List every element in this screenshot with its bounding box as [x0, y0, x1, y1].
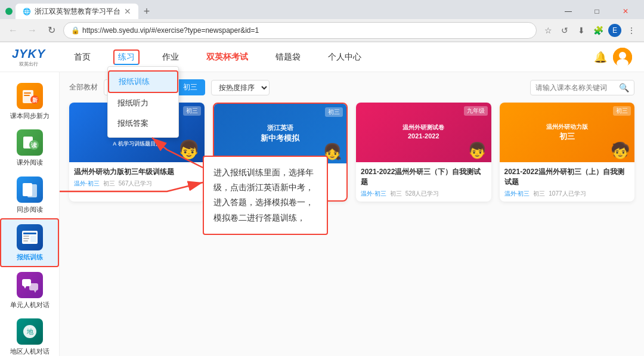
- refresh-button[interactable]: ↻: [44, 23, 58, 38]
- sidebar-icon-extracurricular: 读: [17, 129, 43, 156]
- card-4-source: 温外·初三: [504, 190, 530, 198]
- svg-text:地: 地: [26, 328, 33, 335]
- sidebar-item-region-dialog[interactable]: 地 地区人机对话: [0, 314, 59, 356]
- card-4-grade-tag: 初三: [613, 106, 631, 116]
- card-3-grade-tag: 九年级: [464, 106, 488, 116]
- maximize-button[interactable]: □: [583, 4, 611, 19]
- url-text: https://web.syedu.vip/#/exercise?type=ne…: [82, 26, 259, 35]
- card-3[interactable]: 温州外研测试卷 2021-2022 九年级 👦 2021-2022温州外研三（下…: [356, 103, 491, 202]
- card-3-count: 528人已学习: [405, 190, 439, 198]
- nav-home[interactable]: 首页: [69, 49, 95, 65]
- page: JYKY 双英出行 首页 练习 报纸训练 报纸听力 报纸答案 作业 双英杯考试 …: [0, 42, 644, 356]
- card-4-image: 温州外研动力版 初三 初三 🧒: [500, 103, 635, 162]
- card-4-grade: 初三: [533, 190, 545, 198]
- svg-rect-6: [24, 95, 30, 96]
- sort-select[interactable]: 按热度排序 按时间排序: [211, 80, 270, 95]
- card-1-meta: 温外·初三 初三 567人已学习: [74, 179, 200, 188]
- svg-rect-18: [23, 240, 28, 242]
- nav-homework[interactable]: 作业: [157, 49, 184, 65]
- card-3-source: 温外·初三: [361, 190, 386, 198]
- svg-rect-17: [23, 238, 29, 239]
- svg-rect-19: [30, 236, 36, 242]
- account-icon[interactable]: E: [608, 24, 621, 37]
- minimize-button[interactable]: —: [555, 4, 582, 19]
- card-4-count: 1077人已学习: [549, 190, 586, 198]
- extensions-icon[interactable]: 🧩: [592, 24, 605, 37]
- nav-profile[interactable]: 个人中心: [323, 49, 366, 65]
- history-icon[interactable]: ↺: [558, 24, 571, 37]
- address-bar[interactable]: 🔒 https://web.syedu.vip/#/exercise?type=…: [63, 22, 537, 39]
- dropdown-newspaper-training[interactable]: 报纸训练: [108, 70, 178, 93]
- card-2-image: 浙江英语 新中考模拟 初三 👧: [214, 104, 347, 163]
- site-header: JYKY 双英出行 首页 练习 报纸训练 报纸听力 报纸答案 作业 双英杯考试 …: [0, 42, 644, 72]
- sidebar-item-textbook-sync[interactable]: 新 课本同步新力: [0, 78, 59, 125]
- sidebar-icon-sync-reading: [17, 177, 43, 203]
- svg-text:新: 新: [32, 97, 38, 103]
- logo-sub: 双英出行: [19, 61, 38, 67]
- sidebar-item-extracurricular[interactable]: 读 课外阅读: [0, 125, 59, 171]
- sidebar-item-sync-reading[interactable]: 同步阅读: [0, 172, 59, 218]
- downloads-icon[interactable]: ⬇: [575, 24, 588, 37]
- sidebar-item-unit-dialog[interactable]: 单元人机对话: [0, 267, 59, 314]
- svg-marker-21: [24, 286, 26, 289]
- card-3-character: 👦: [467, 141, 487, 160]
- notification-bell-icon[interactable]: 🔔: [594, 51, 607, 64]
- menu-icon[interactable]: ⋮: [625, 24, 638, 37]
- tab-close-icon[interactable]: ✕: [124, 7, 131, 16]
- window-controls: — □ ✕: [555, 4, 644, 19]
- svg-rect-15: [23, 233, 36, 234]
- nav-practice[interactable]: 练习: [113, 49, 140, 65]
- card-2-overlay: 浙江英语 新中考模拟: [258, 121, 302, 146]
- nav-right-icons: ☆ ↺ ⬇ 🧩 E ⋮: [541, 24, 638, 37]
- site-logo: JYKY 双英出行: [12, 47, 45, 67]
- nav-exam[interactable]: 双英杯考试: [202, 49, 253, 65]
- card-3-overlay: 温州外研测试卷 2021-2022: [400, 121, 447, 143]
- tab-title: 浙江双英智慧教育学习平台: [35, 7, 120, 17]
- bookmark-icon[interactable]: ☆: [541, 24, 555, 37]
- sidebar-item-newspaper[interactable]: 报纸训练: [0, 218, 59, 267]
- card-4[interactable]: 温州外研动力版 初三 初三 🧒 2021-2022温州外研初三（上）自我测试题 …: [500, 103, 635, 202]
- card-1-info: 温州外研动力版初三年级训练题 温外·初三 初三 567人已学习: [69, 162, 205, 191]
- annotation-box: 进入报纸训练里面，选择年级，点击浙江英语新中考，进入答题，选择模拟卷一，模拟卷二…: [203, 156, 328, 235]
- sidebar-label-newspaper: 报纸训练: [17, 253, 43, 261]
- card-4-title: 2021-2022温州外研初三（上）自我测试题: [504, 167, 630, 187]
- svg-text:读: 读: [31, 142, 37, 148]
- dropdown-newspaper-answers[interactable]: 报纸答案: [108, 113, 178, 134]
- card-1-title: 温州外研动力版初三年级训练题: [74, 167, 200, 177]
- card-1-count: 567人已学习: [119, 179, 153, 188]
- nav-bar: ← → ↻ 🔒 https://web.syedu.vip/#/exercise…: [0, 19, 644, 42]
- dropdown-newspaper-listening[interactable]: 报纸听力: [108, 93, 178, 113]
- sidebar-label-textbook-sync: 课本同步新力: [10, 112, 49, 120]
- card-3-grade: 初三: [390, 190, 402, 198]
- tab-favicon: 🌐: [23, 8, 31, 16]
- sidebar-icon-textbook-sync: 新: [17, 83, 43, 109]
- card-1-grade-tag: 初三: [183, 106, 201, 116]
- nav-practice-wrapper: 练习 报纸训练 报纸听力 报纸答案: [113, 49, 140, 65]
- svg-point-0: [5, 8, 13, 15]
- close-button[interactable]: ✕: [612, 4, 639, 19]
- back-button[interactable]: ←: [6, 23, 20, 38]
- card-4-info: 2021-2022温州外研初三（上）自我测试题 温外·初三 初三 1077人已学…: [500, 162, 635, 202]
- sidebar-label-extracurricular: 课外阅读: [17, 158, 43, 166]
- card-1-source: 温外·初三: [74, 179, 100, 188]
- new-tab-button[interactable]: +: [138, 4, 155, 19]
- sidebar-icon-unit-dialog: [17, 272, 43, 298]
- card-3-info: 2021-2022温州外研三（下）自我测试题 温外·初三 初三 528人已学习: [356, 162, 491, 202]
- filter-label: 全部教材: [69, 82, 98, 92]
- card-4-meta: 温外·初三 初三 1077人已学习: [504, 190, 630, 198]
- search-input[interactable]: [535, 83, 619, 92]
- header-right: 🔔: [594, 48, 632, 67]
- svg-point-2: [619, 52, 626, 59]
- search-box: 🔍: [530, 80, 634, 95]
- forward-button[interactable]: →: [25, 23, 39, 38]
- browser-tab[interactable]: 🌐 浙江双英智慧教育学习平台 ✕: [16, 4, 138, 19]
- grade-btn-3[interactable]: 初三: [175, 79, 205, 95]
- content-area: 新 课本同步新力 读 课外阅读 同步阅读: [0, 72, 644, 356]
- card-3-meta: 温外·初三 初三 528人已学习: [361, 190, 487, 198]
- search-icon[interactable]: 🔍: [619, 83, 629, 92]
- sidebar-label-sync-reading: 同步阅读: [17, 205, 43, 213]
- annotation-text: 进入报纸训练里面，选择年级，点击浙江英语新中考，进入答题，选择模拟卷一，模拟卷二…: [213, 168, 314, 222]
- user-avatar[interactable]: [613, 48, 632, 67]
- nav-puzzle[interactable]: 错题袋: [271, 49, 305, 65]
- card-1-character: 👦: [178, 139, 200, 160]
